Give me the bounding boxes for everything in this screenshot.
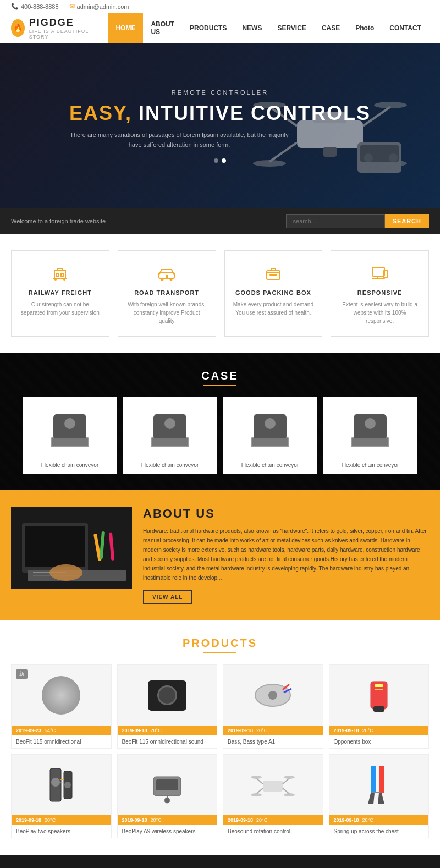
case-grid: Flexible chain conveyor Flexible chain c… [11,397,429,474]
svg-point-16 [63,278,65,281]
products-underline [204,652,237,653]
product-date-4: 2019-09-18 [334,728,359,733]
case-item-2[interactable]: Flexible chain conveyor [123,397,217,474]
logo-text: PIGDGE [29,17,74,28]
case-item-4[interactable]: Flexible chain conveyor [323,397,417,474]
nav-case[interactable]: CASE [314,13,348,43]
product-card-3[interactable]: 2019-09-18 20°C Bass, Bass type A1 [223,664,323,749]
about-image [11,507,132,589]
product-img-light [42,676,80,715]
hero-dot-1[interactable] [214,158,218,163]
product-img-6 [118,755,217,815]
conveyor-base-4 [351,437,389,447]
product-date-1: 2019-09-23 [16,728,41,733]
product-card-8[interactable]: 2019-09-18 20°C Spring up across the che… [329,754,430,838]
product-temp-6: 20°C [151,817,162,823]
svg-point-19 [170,278,173,281]
product-card-1[interactable]: 新 2019-09-23 54°C BeoFit 115 omnidirecti… [11,664,112,749]
about-content: ABOUT US Hardware: traditional hardware … [143,507,429,604]
svg-point-18 [161,278,164,281]
search-input[interactable] [286,214,385,228]
conveyor-base-1 [51,437,89,447]
search-button[interactable]: SEARCH [385,214,429,228]
svg-rect-49 [156,779,178,790]
product-img-camera [148,680,186,711]
case-label-2: Flexible chain conveyor [141,462,199,468]
case-item-3[interactable]: Flexible chain conveyor [223,397,317,474]
product-date-8: 2019-09-18 [334,817,359,823]
product-name-8: Spring up across the chest [329,825,429,838]
svg-rect-22 [372,267,384,276]
products-title-yellow: CTS [230,637,257,649]
product-date-3: 2019-09-18 [228,728,253,733]
about-illustration [11,507,132,589]
hero-title: EASY, INTUITIVE CONTROLS [69,101,371,125]
product-temp-4: 20°C [362,728,373,733]
svg-rect-52 [263,781,283,792]
conveyor-shape-3 [245,408,295,452]
products-section: PRODUCTS 新 2019-09-23 54°C BeoFit 115 om… [0,620,440,855]
case-img-2 [129,403,211,458]
product-card-6[interactable]: 2019-09-18 20°C BeoPlay A9 wireless spea… [117,754,218,838]
case-img-4 [329,403,411,458]
case-label-3: Flexible chain conveyor [241,462,299,468]
product-card-5[interactable]: 2019-09-18 20°C BeoPlay two speakers [11,754,112,838]
svg-rect-62 [379,766,384,793]
road-icon [156,262,178,284]
product-bar-1: 2019-09-23 54°C [12,726,111,735]
nav-service[interactable]: SERVICE [270,13,314,43]
feature-card-road: ROAD TRANSPORT With foreign well-known b… [118,250,216,337]
nav-home[interactable]: HOME [108,13,143,43]
svg-point-60 [284,793,295,796]
svg-line-54 [283,778,289,784]
product-card-4[interactable]: 2019-09-18 20°C Opponents box [329,664,430,749]
product-card-7[interactable]: 2019-09-18 20°C Beosound rotation contro… [223,754,323,838]
svg-point-33 [50,564,82,581]
svg-rect-39 [373,706,384,712]
conveyor-base-2 [151,437,189,447]
product-name-7: Beosound rotation control [223,825,323,838]
svg-rect-20 [166,275,168,278]
product-img-tool [357,673,401,717]
hero-dot-2[interactable] [222,158,226,163]
feature-title-goods: GOODS PACKING BOX [233,289,314,296]
footer: CONTACT 📞 Tel: 400-500-0000 💬 微信: 400-88… [0,855,440,868]
header: 🔥 PIGDGE LIFE IS A BEAUTIFUL STORY HOME … [0,13,440,43]
product-temp-1: 54°C [45,728,56,733]
product-name-3: Bass, Bass type A1 [223,735,323,748]
svg-point-57 [251,776,262,779]
hero-title-yellow: EASY, [69,102,132,124]
conveyor-top-3 [254,414,287,438]
nav-news[interactable]: NEWS [234,13,270,43]
product-img-speaker [39,763,83,807]
nav-photo[interactable]: Photo [348,13,382,43]
svg-point-50 [164,798,170,803]
main-nav: HOME ABOUT US PRODUCTS NEWS SERVICE CASE… [108,13,429,43]
feature-title-responsive: RESPONSIVE [339,289,420,296]
product-name-4: Opponents box [329,735,429,748]
about-section: ABOUT US Hardware: traditional hardware … [0,490,440,620]
product-name-6: BeoPlay A9 wireless speakers [118,825,217,838]
case-item-1[interactable]: Flexible chain conveyor [23,397,117,474]
product-img-bass [251,673,295,717]
product-badge-1: 新 [16,669,28,679]
topbar-email: ✉ admin@admin.com [70,3,129,10]
hero-tag: REMOTE CONTROLLER [69,89,371,96]
svg-rect-26 [25,526,85,567]
product-date-5: 2019-09-18 [16,817,41,823]
svg-line-53 [256,778,263,784]
feature-card-responsive: RESPONSIVE Extent is easiest way to buil… [331,250,429,337]
svg-point-58 [284,776,295,779]
product-card-2[interactable]: 2019-09-18 28°C BeoFit 115 omnidirection… [117,664,218,749]
email-icon: ✉ [70,3,75,10]
feature-title-railway: RAILWAY FREIGHT [20,289,101,296]
nav-contact[interactable]: CONTACT [382,13,429,43]
product-date-2: 2019-09-18 [122,728,147,733]
product-bar-8: 2019-09-18 20°C [329,815,429,825]
svg-line-55 [256,788,263,794]
product-temp-8: 20°C [362,817,373,823]
nav-products[interactable]: PRODUCTS [182,13,234,43]
view-all-button[interactable]: VIEW ALL [143,590,192,604]
nav-about[interactable]: ABOUT US [143,13,182,43]
case-label-1: Flexible chain conveyor [41,462,99,468]
